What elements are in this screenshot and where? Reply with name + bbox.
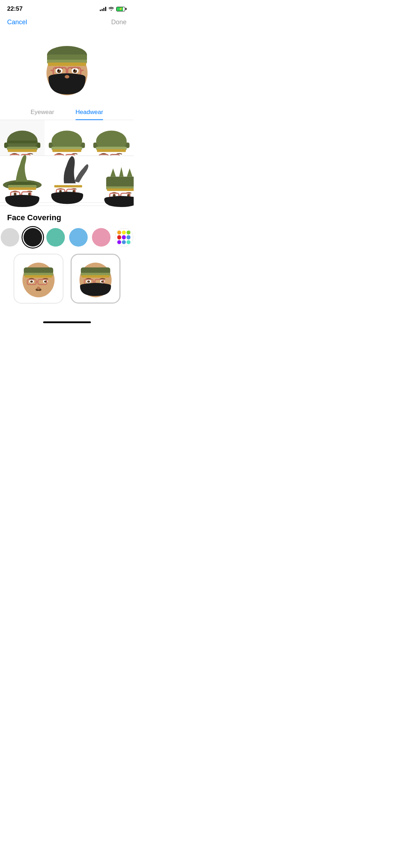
- status-icons: ⚡: [100, 6, 127, 12]
- headwear-item-6[interactable]: [99, 156, 134, 202]
- done-button[interactable]: Done: [111, 19, 127, 26]
- svg-point-11: [73, 70, 75, 71]
- svg-point-89: [30, 280, 33, 283]
- covering-item-black-mask[interactable]: [71, 254, 120, 304]
- svg-point-13: [75, 69, 76, 70]
- color-picker-row: [0, 228, 134, 254]
- avatar-svg: [38, 34, 96, 98]
- cancel-button[interactable]: Cancel: [7, 19, 27, 26]
- svg-point-60: [14, 192, 16, 195]
- color-option-teal[interactable]: [46, 228, 65, 247]
- home-bar: [43, 321, 91, 323]
- battery-icon: ⚡: [116, 7, 127, 11]
- status-bar: 22:57 ⚡: [0, 0, 134, 16]
- headwear-item-3[interactable]: [89, 120, 134, 156]
- headwear-item-1[interactable]: [0, 120, 45, 156]
- svg-point-10: [58, 70, 59, 71]
- headwear-item-2[interactable]: [45, 120, 89, 156]
- covering-item-none[interactable]: [14, 254, 63, 304]
- tab-eyewear[interactable]: Eyewear: [31, 109, 54, 120]
- svg-rect-86: [25, 275, 52, 278]
- segment-control: Eyewear Headwear: [0, 105, 134, 120]
- color-option-lightgray[interactable]: [1, 228, 19, 247]
- face-covering-title: Face Covering: [0, 206, 134, 228]
- face-covering-section: Face Covering: [0, 206, 134, 314]
- avatar-preview: [0, 30, 134, 105]
- svg-rect-22: [7, 141, 38, 144]
- svg-point-94: [37, 287, 40, 290]
- nav-bar: Cancel Done: [0, 16, 134, 30]
- headwear-row-top: [0, 120, 134, 156]
- covering-options-row: [0, 254, 134, 314]
- color-option-pink[interactable]: [92, 228, 110, 247]
- home-indicator: [0, 314, 134, 327]
- main-avatar: [38, 34, 96, 98]
- svg-rect-5: [48, 62, 86, 66]
- svg-point-101: [87, 280, 90, 283]
- svg-rect-57: [9, 187, 36, 190]
- svg-point-19: [65, 75, 69, 79]
- svg-point-12: [59, 69, 60, 70]
- svg-rect-75: [107, 188, 134, 191]
- svg-rect-98: [82, 275, 109, 278]
- headwear-item-4[interactable]: [0, 156, 45, 202]
- headwear-item-5[interactable]: [46, 156, 98, 202]
- headwear-grid-row2: [0, 156, 134, 203]
- color-option-multi[interactable]: [115, 228, 133, 247]
- color-option-black[interactable]: [24, 228, 42, 247]
- status-time: 22:57: [7, 5, 22, 12]
- wifi-icon: [108, 6, 114, 12]
- color-option-lightblue[interactable]: [69, 228, 88, 247]
- tab-headwear[interactable]: Headwear: [76, 109, 103, 120]
- signal-bars-icon: [100, 7, 106, 11]
- svg-rect-65: [54, 185, 82, 187]
